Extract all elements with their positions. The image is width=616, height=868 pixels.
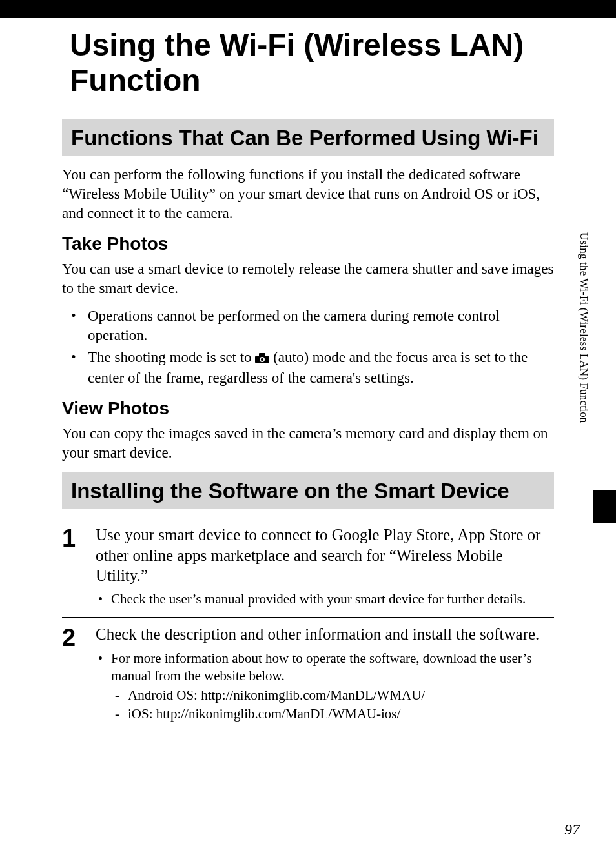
- page-number: 97: [564, 821, 580, 838]
- step-number: 1: [62, 525, 79, 611]
- subhead-view-photos: View Photos: [62, 398, 554, 419]
- step-body: Check the description and other informat…: [96, 624, 554, 725]
- dash-list: Android OS: http://nikonimglib.com/ManDL…: [111, 686, 554, 723]
- step-text: Check the description and other informat…: [96, 624, 554, 644]
- bullet-item: The shooting mode is set to (auto) mode …: [62, 348, 554, 388]
- step-sub-bullets: For more information about how to operat…: [96, 650, 554, 723]
- intro-paragraph: You can perform the following functions …: [62, 165, 554, 223]
- bullet-item: Operations cannot be performed on the ca…: [62, 307, 554, 345]
- side-black-tab: [593, 490, 616, 523]
- section-header-functions: Functions That Can Be Performed Using Wi…: [62, 119, 554, 156]
- sub-bullet-item: Check the user’s manual provided with yo…: [96, 590, 554, 608]
- step-body: Use your smart device to connect to Goog…: [96, 525, 554, 611]
- sub-bullet-text: For more information about how to operat…: [111, 651, 532, 683]
- step-number: 2: [62, 624, 79, 725]
- step-row-2: 2 Check the description and other inform…: [62, 617, 554, 732]
- top-black-bar: [0, 0, 616, 18]
- step-sub-bullets: Check the user’s manual provided with yo…: [96, 590, 554, 608]
- bullet-text-before: The shooting mode is set to: [88, 349, 255, 365]
- side-tab-label: Using the Wi-Fi (Wireless LAN) Function: [577, 232, 590, 423]
- section-header-installing: Installing the Software on the Smart Dev…: [62, 472, 554, 509]
- take-photos-text: You can use a smart device to remotely r…: [62, 259, 554, 298]
- sub-bullet-item: For more information about how to operat…: [96, 650, 554, 723]
- page-content: Using the Wi-Fi (Wireless LAN) Function …: [0, 18, 616, 732]
- view-photos-text: You can copy the images saved in the cam…: [62, 424, 554, 463]
- subhead-take-photos: Take Photos: [62, 234, 554, 254]
- page-title: Using the Wi-Fi (Wireless LAN) Function: [62, 18, 554, 114]
- take-photos-bullets: Operations cannot be performed on the ca…: [62, 307, 554, 388]
- step-row-1: 1 Use your smart device to connect to Go…: [62, 518, 554, 617]
- svg-point-3: [261, 358, 263, 361]
- camera-icon: [255, 349, 269, 368]
- dash-item: Android OS: http://nikonimglib.com/ManDL…: [111, 686, 554, 704]
- svg-rect-1: [259, 353, 265, 357]
- dash-item: iOS: http://nikonimglib.com/ManDL/WMAU-i…: [111, 705, 554, 723]
- step-text: Use your smart device to connect to Goog…: [96, 525, 554, 585]
